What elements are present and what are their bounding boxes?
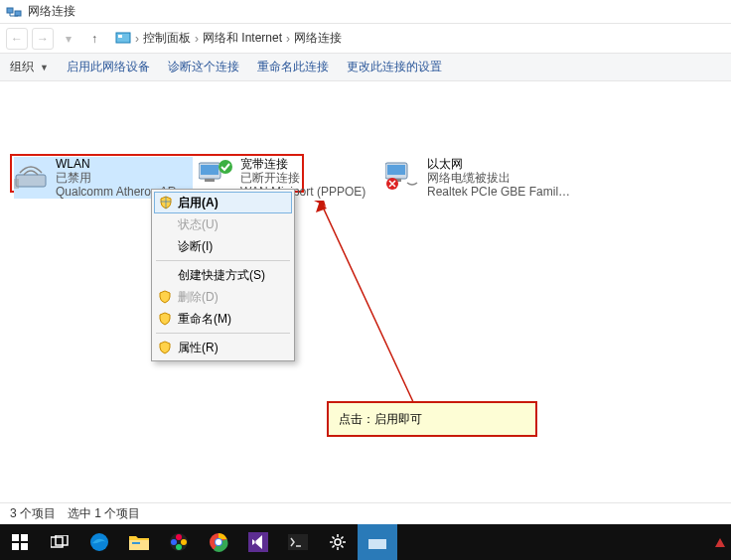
taskbar-visual-studio[interactable] [238, 524, 278, 560]
ctx-shortcut-label: 创建快捷方式(S) [178, 267, 265, 284]
ctx-properties[interactable]: 属性(R) [154, 337, 292, 358]
svg-point-29 [176, 544, 182, 550]
breadcrumb-control-panel[interactable]: 控制面板 [143, 30, 191, 47]
edge-icon [89, 532, 109, 552]
taskbar-settings[interactable] [318, 524, 358, 560]
svg-point-30 [171, 539, 177, 545]
context-menu: 启用(A) 状态(U) 诊断(I) 创建快捷方式(S) 删除(D) 重命名(M)… [151, 189, 295, 361]
ctx-rename[interactable]: 重命名(M) [154, 308, 292, 330]
nav-recent-dropdown[interactable]: ▾ [58, 28, 79, 50]
toolbar-enable-device[interactable]: 启用此网络设备 [67, 59, 150, 75]
taskbar-terminal[interactable] [278, 524, 318, 560]
svg-point-9 [219, 160, 232, 174]
ctx-delete: 删除(D) [154, 286, 292, 308]
svg-point-28 [181, 539, 187, 545]
gear-icon [329, 533, 347, 551]
ctx-enable-label: 启用(A) [178, 195, 219, 211]
ctx-rename-label: 重命名(M) [178, 311, 231, 328]
chrome-icon [209, 532, 228, 552]
nav-forward-button[interactable]: → [32, 28, 54, 50]
ctx-enable[interactable]: 启用(A) [154, 192, 292, 213]
svg-rect-0 [7, 8, 13, 13]
taskbar-app-circle[interactable] [159, 524, 199, 560]
content-area: WLAN 已禁用 Qualcomm Atheros AR... 宽带连接 已断开… [0, 81, 731, 523]
taskbar-chrome[interactable] [199, 524, 238, 560]
svg-rect-25 [132, 542, 140, 544]
ctx-delete-label: 删除(D) [178, 289, 219, 306]
ethernet-adapter-icon [385, 157, 421, 191]
toolbar-diagnose[interactable]: 诊断这个连接 [168, 59, 239, 75]
adapter-ethernet-status: 网络电缆被拔出 [427, 171, 576, 185]
svg-rect-7 [201, 165, 219, 175]
ctx-status: 状态(U) [154, 213, 292, 235]
breadcrumb: › 控制面板 › 网络和 Internet › 网络连接 [115, 30, 342, 47]
svg-rect-24 [129, 540, 149, 550]
adapter-broadband-status: 已断开连接 [240, 171, 366, 185]
annotation-callout: 点击：启用即可 [327, 401, 537, 437]
shield-icon [158, 312, 172, 326]
breadcrumb-separator: › [286, 32, 290, 46]
vs-icon [248, 532, 268, 552]
control-panel-icon [115, 31, 131, 47]
nav-back-button[interactable]: ← [6, 28, 28, 50]
ctx-diagnose-label: 诊断(I) [178, 238, 213, 255]
svg-rect-38 [368, 535, 386, 539]
svg-line-14 [320, 201, 414, 404]
svg-rect-3 [118, 35, 122, 38]
adapter-ethernet-device: Realtek PCIe GBE Family Contr... [427, 185, 576, 199]
status-bar: 3 个项目 选中 1 个项目 [0, 502, 731, 524]
ctx-create-shortcut[interactable]: 创建快捷方式(S) [154, 264, 292, 286]
ctx-status-label: 状态(U) [178, 216, 219, 233]
status-item-count: 3 个项目 [10, 505, 56, 522]
navigation-bar: ← → ▾ ↑ › 控制面板 › 网络和 Internet › 网络连接 [0, 24, 731, 54]
svg-point-27 [176, 534, 182, 540]
ctx-properties-label: 属性(R) [178, 340, 219, 356]
nav-up-button[interactable]: ↑ [83, 28, 105, 50]
taskbar-edge[interactable] [79, 524, 119, 560]
ctx-diagnose[interactable]: 诊断(I) [154, 235, 292, 257]
svg-rect-20 [21, 543, 28, 550]
svg-rect-5 [14, 179, 19, 189]
window-title: 网络连接 [28, 3, 75, 20]
svg-point-36 [335, 539, 341, 545]
taskbar-file-explorer[interactable] [119, 524, 159, 560]
breadcrumb-separator: › [195, 32, 199, 46]
breadcrumb-separator: › [135, 32, 139, 46]
command-toolbar: 组织 ▼ 启用此网络设备 诊断这个连接 重命名此连接 更改此连接的设置 [0, 54, 731, 81]
ctx-separator [156, 333, 290, 334]
task-view-button[interactable] [40, 524, 79, 560]
color-circle-icon [169, 532, 189, 552]
svg-rect-17 [12, 534, 19, 541]
taskbar [0, 524, 731, 560]
shield-icon [158, 341, 172, 354]
svg-rect-19 [12, 543, 19, 550]
svg-marker-16 [316, 201, 327, 212]
adapter-broadband-name: 宽带连接 [240, 157, 366, 171]
taskbar-active-app[interactable] [358, 524, 397, 560]
start-button[interactable] [0, 524, 40, 560]
annotation-arrow [305, 201, 434, 419]
tray-icon [713, 535, 727, 549]
windows-icon [12, 534, 28, 550]
adapter-wlan-status: 已禁用 [56, 171, 186, 185]
ctx-separator [156, 260, 290, 261]
chevron-down-icon[interactable]: ▼ [40, 63, 49, 72]
breadcrumb-network-connections[interactable]: 网络连接 [294, 30, 342, 47]
toolbar-organize[interactable]: 组织 [10, 59, 34, 75]
svg-rect-4 [16, 175, 46, 187]
status-selected-count: 选中 1 个项目 [68, 505, 140, 522]
adapter-ethernet[interactable]: 以太网 网络电缆被拔出 Realtek PCIe GBE Family Cont… [385, 157, 584, 199]
toolbar-rename[interactable]: 重命名此连接 [257, 59, 329, 75]
window-titlebar: 网络连接 [0, 0, 731, 24]
broadband-adapter-icon [199, 157, 234, 191]
taskview-icon [51, 535, 69, 549]
breadcrumb-network-internet[interactable]: 网络和 Internet [203, 30, 282, 47]
system-tray[interactable] [713, 535, 727, 549]
toolbar-change-settings[interactable]: 更改此连接的设置 [347, 59, 442, 75]
shield-icon [159, 196, 173, 210]
svg-rect-35 [288, 534, 308, 550]
svg-rect-8 [205, 179, 215, 182]
wifi-adapter-icon [14, 157, 50, 191]
adapter-ethernet-name: 以太网 [427, 157, 576, 171]
svg-point-33 [216, 539, 221, 545]
